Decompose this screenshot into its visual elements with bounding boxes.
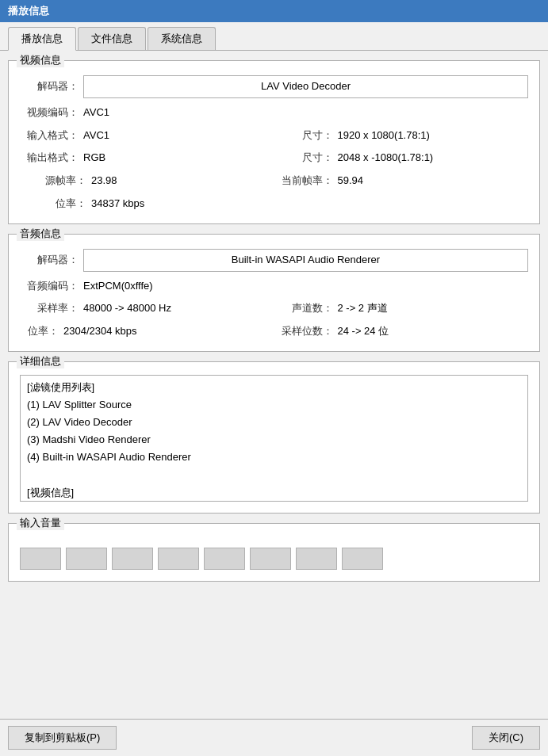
audio-channels-label: 声道数： [274,300,338,317]
audio-sample-bits-value: 24 -> 24 位 [338,323,389,340]
volume-bar-7 [296,548,337,570]
audio-codec-label: 音频编码： [20,278,83,295]
audio-channels-right: 声道数： 2 -> 2 声道 [274,300,529,317]
video-codec-row: 视频编码： AVC1 [20,105,528,121]
video-decoder-value: LAV Video Decoder [83,75,528,98]
tab-file-info[interactable]: 文件信息 [78,27,146,50]
video-output-format-value: RGB [83,150,105,166]
audio-channels-value: 2 -> 2 声道 [338,300,388,317]
video-input-size-value: 1920 x 1080(1.78:1) [338,128,430,144]
audio-bitrate-label: 位率： [20,323,63,340]
video-source-fps-value: 23.98 [91,173,117,189]
audio-sample-rate-left: 采样率： 48000 -> 48000 Hz [20,300,274,317]
tab-playback-info[interactable]: 播放信息 [8,27,76,51]
video-current-fps-label: 当前帧率： [274,173,338,189]
detail-content: [滤镜使用列表] (1) LAV Splitter Source (2) LAV… [21,376,527,502]
audio-bitrate-left: 位率： 2304/2304 kbps [20,323,274,340]
window-title: 播放信息 [8,4,49,18]
video-output-size-right: 尺寸： 2048 x -1080(1.78:1) [274,150,529,166]
video-input-size-right: 尺寸： 1920 x 1080(1.78:1) [274,128,529,144]
audio-section-title: 音频信息 [17,227,64,241]
volume-bars [20,538,528,570]
volume-bar-2 [66,548,107,570]
video-input-format-row: 输入格式： AVC1 尺寸： 1920 x 1080(1.78:1) [20,128,528,144]
video-source-fps-left: 源帧率： 23.98 [20,173,274,189]
audio-sample-rate-label: 采样率： [20,300,83,317]
video-bitrate-value: 34837 kbps [91,196,144,212]
detail-section-title: 详细信息 [17,354,64,368]
main-window: 播放信息 播放信息 文件信息 系统信息 视频信息 解码器： LAV Video … [0,0,548,756]
audio-decoder-label: 解码器： [20,252,83,269]
video-section-title: 视频信息 [17,53,64,67]
video-output-format-row: 输出格式： RGB 尺寸： 2048 x -1080(1.78:1) [20,150,528,166]
audio-bitrate-value: 2304/2304 kbps [63,323,137,340]
video-input-size-label: 尺寸： [274,128,338,144]
video-bitrate-row: 位率： 34837 kbps [20,196,528,212]
video-section: 视频信息 解码器： LAV Video Decoder 视频编码： AVC1 输… [8,60,540,224]
video-output-format-left: 输出格式： RGB [20,150,274,166]
volume-bar-3 [112,548,153,570]
audio-codec-row: 音频编码： ExtPCM(0xfffe) [20,278,528,295]
video-decoder-label: 解码器： [20,78,83,95]
audio-section: 音频信息 解码器： Built-in WASAPI Audio Renderer… [8,234,540,352]
video-source-fps-label: 源帧率： [20,173,91,189]
audio-decoder-value: Built-in WASAPI Audio Renderer [83,249,528,272]
audio-sample-bits-right: 采样位数： 24 -> 24 位 [274,323,529,340]
volume-section-title: 输入音量 [17,516,64,530]
audio-sample-rate-value: 48000 -> 48000 Hz [83,300,171,317]
video-codec-label: 视频编码： [20,105,83,121]
audio-codec-value: ExtPCM(0xfffe) [83,278,153,295]
video-input-format-label: 输入格式： [20,128,83,144]
main-content: 视频信息 解码器： LAV Video Decoder 视频编码： AVC1 输… [0,51,548,719]
video-output-size-label: 尺寸： [274,150,338,166]
video-current-fps-right: 当前帧率： 59.94 [274,173,529,189]
volume-bar-6 [250,548,291,570]
volume-bar-1 [20,548,61,570]
audio-sample-bits-label: 采样位数： [274,323,338,340]
video-output-format-label: 输出格式： [20,150,83,166]
bottom-bar: 复制到剪贴板(P) 关闭(C) [0,719,548,756]
audio-decoder-row: 解码器： Built-in WASAPI Audio Renderer [20,249,528,272]
detail-scroll-area[interactable]: [滤镜使用列表] (1) LAV Splitter Source (2) LAV… [20,375,528,502]
title-bar: 播放信息 [0,0,548,22]
video-current-fps-value: 59.94 [338,173,364,189]
volume-section: 输入音量 [8,523,540,582]
video-bitrate-label: 位率： [20,196,91,212]
video-output-size-value: 2048 x -1080(1.78:1) [338,150,434,166]
copy-button[interactable]: 复制到剪贴板(P) [8,726,117,750]
detail-section: 详细信息 [滤镜使用列表] (1) LAV Splitter Source (2… [8,361,540,514]
tab-system-info[interactable]: 系统信息 [148,27,216,50]
audio-sample-rate-row: 采样率： 48000 -> 48000 Hz 声道数： 2 -> 2 声道 [20,300,528,317]
video-input-format-left: 输入格式： AVC1 [20,128,274,144]
video-decoder-row: 解码器： LAV Video Decoder [20,75,528,98]
volume-bar-8 [342,548,383,570]
tab-bar: 播放信息 文件信息 系统信息 [0,22,548,51]
video-codec-value: AVC1 [83,105,109,121]
volume-bar-4 [158,548,199,570]
close-button[interactable]: 关闭(C) [472,726,540,750]
video-input-format-value: AVC1 [83,128,109,144]
volume-bar-5 [204,548,245,570]
video-fps-row: 源帧率： 23.98 当前帧率： 59.94 [20,173,528,189]
audio-bitrate-row: 位率： 2304/2304 kbps 采样位数： 24 -> 24 位 [20,323,528,340]
